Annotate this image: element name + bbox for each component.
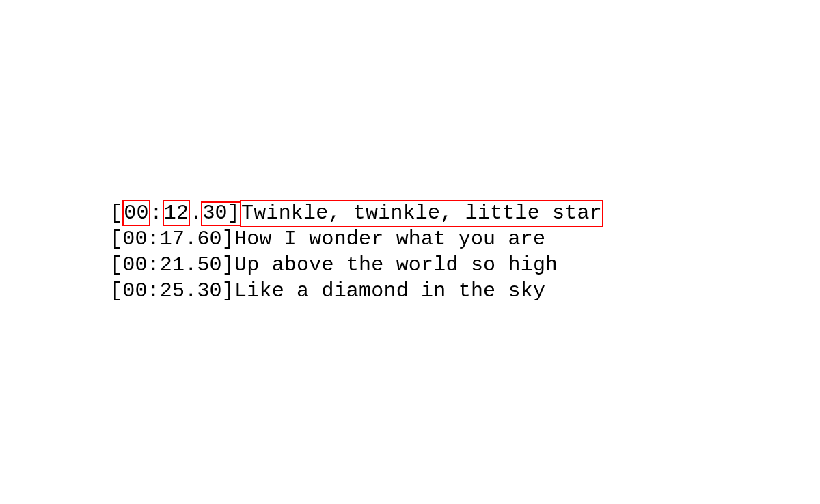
timestamp-dot: . bbox=[184, 253, 197, 277]
timestamp-seconds: 17 bbox=[160, 227, 184, 251]
timestamp-open-bracket: [ bbox=[110, 201, 122, 225]
timestamp-minutes: 00 bbox=[122, 253, 147, 277]
lyric-text: Like a diamond in the sky bbox=[234, 279, 545, 303]
lyric-line: [00:25.30]Like a diamond in the sky bbox=[110, 278, 603, 304]
lyric-line: [00:12.30]Twinkle, twinkle, little star bbox=[110, 200, 603, 226]
timestamp-hundredths: 30 bbox=[197, 279, 221, 303]
timestamp-hundredths: 50 bbox=[197, 253, 221, 277]
timestamp-minutes: 00 bbox=[122, 279, 147, 303]
timestamp-close-bracket: ] bbox=[228, 201, 240, 225]
timestamp-hundredths: 30 bbox=[202, 201, 227, 225]
timestamp-open-bracket: [ bbox=[110, 279, 122, 303]
timestamp-open-bracket: [ bbox=[110, 227, 122, 251]
timestamp-seconds: 21 bbox=[160, 253, 184, 277]
lyric-text: How I wonder what you are bbox=[234, 227, 545, 251]
timestamp-hundredths: 60 bbox=[197, 227, 221, 251]
timestamp-close-bracket: ] bbox=[222, 227, 234, 251]
timestamp-open-bracket: [ bbox=[110, 253, 122, 277]
timestamp-dot: . bbox=[184, 279, 197, 303]
timestamp-minutes: 00 bbox=[122, 227, 147, 251]
timestamp-close-bracket: ] bbox=[222, 279, 234, 303]
timestamp-colon: : bbox=[148, 227, 160, 251]
timestamp-hundredths-close-highlight: 30] bbox=[201, 201, 241, 226]
lyric-text: Up above the world so high bbox=[234, 253, 558, 277]
timestamp-colon: : bbox=[150, 201, 163, 225]
lyric-line: [00:21.50]Up above the world so high bbox=[110, 252, 603, 278]
timestamp-seconds-highlight: 12 bbox=[163, 200, 190, 226]
timestamp-colon: : bbox=[148, 279, 160, 303]
timestamp-close-bracket: ] bbox=[222, 253, 234, 277]
lyric-text-highlight: Twinkle, twinkle, little star bbox=[240, 200, 603, 227]
lrc-lyrics-block: [00:12.30]Twinkle, twinkle, little star … bbox=[110, 200, 603, 304]
lyric-line: [00:17.60]How I wonder what you are bbox=[110, 226, 603, 252]
timestamp-dot: . bbox=[184, 227, 197, 251]
timestamp-seconds: 25 bbox=[160, 279, 184, 303]
timestamp-colon: : bbox=[148, 253, 160, 277]
timestamp-minutes-highlight: 00 bbox=[122, 200, 150, 226]
